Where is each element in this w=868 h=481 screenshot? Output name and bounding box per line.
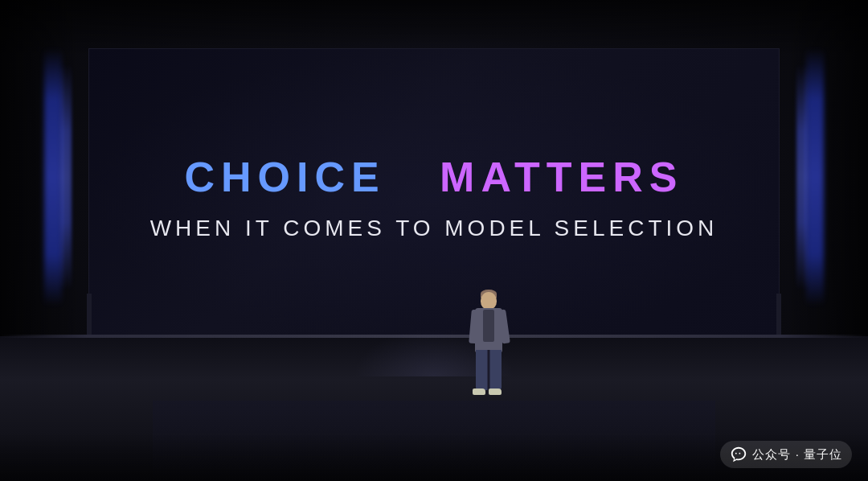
wechat-icon [730,446,747,463]
light-pillar-right2 [796,64,808,290]
presenter [466,292,510,405]
light-pillar-left [44,48,62,306]
subheadline: WHEN IT COMES TO MODEL SELECTION [150,216,719,241]
presenter-shirt [483,310,494,342]
backdrop-stand-right [776,294,781,338]
headline-word1: CHOICE [184,154,385,200]
presenter-legs [476,350,502,390]
headline-word2: MATTERS [440,154,683,200]
light-pillar-right [806,48,824,306]
screen-content: CHOICE MATTERS WHEN IT COMES TO MODEL SE… [150,153,719,241]
watermark-text: 公众号 · 量子位 [752,447,842,462]
scene: CHOICE MATTERS WHEN IT COMES TO MODEL SE… [0,0,868,481]
light-pillar-left2 [60,64,72,290]
headline-space [403,154,421,200]
presenter-shoe-right [489,388,502,395]
presenter-leg-gap [487,350,489,390]
presenter-shoe-left [473,388,485,395]
backdrop-stand-left [87,294,92,338]
headline: CHOICE MATTERS [150,153,719,201]
presentation-screen: CHOICE MATTERS WHEN IT COMES TO MODEL SE… [88,48,780,346]
watermark: 公众号 · 量子位 [720,441,852,468]
presenter-head [481,292,497,310]
